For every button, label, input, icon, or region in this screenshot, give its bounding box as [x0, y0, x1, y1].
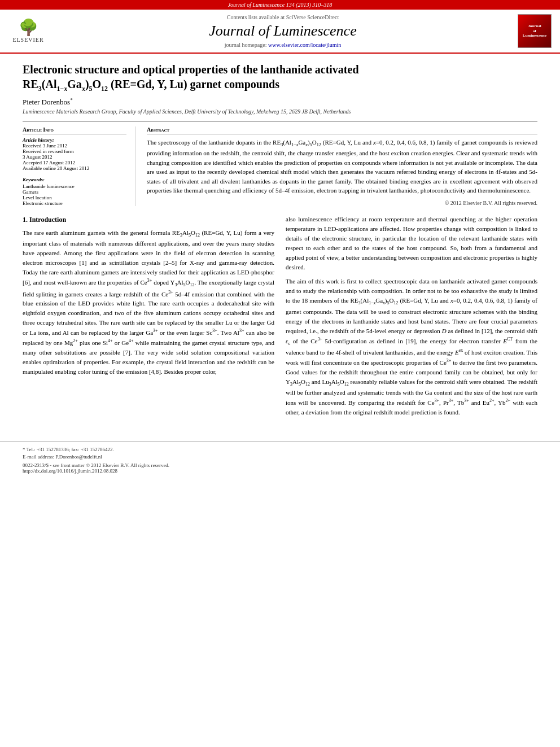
info-area: Article Info Article history: Received 3…	[23, 121, 537, 206]
keyword-4: Electronic structure	[23, 200, 126, 206]
journal-reference: Journal of Luminescence 134 (2013) 310–3…	[228, 2, 333, 8]
author-name: Pieter Dorenbos	[23, 98, 70, 106]
keyword-2: Garnets	[23, 189, 126, 195]
article-title: Electronic structure and optical propert…	[23, 62, 537, 94]
received2-date: 3 August 2012	[23, 154, 126, 160]
homepage-line: journal homepage: www.elsevier.com/locat…	[51, 42, 515, 48]
intro-para2: also luminescence efficiency at room tem…	[286, 215, 537, 272]
accepted: Accepted 17 August 2012	[23, 160, 126, 165]
footer-issn: 0022-2313/$ - see front matter © 2012 El…	[23, 462, 537, 468]
intro-para1: The rare earth aluminum garnets with the…	[23, 228, 274, 377]
body-col-left: 1. Introduction The rare earth aluminum …	[23, 215, 274, 422]
footer-tel: * Tel.: +31 152781336; fax: +31 15278642…	[23, 447, 537, 452]
article-content: Electronic structure and optical propert…	[0, 54, 560, 430]
journal-header-bar: Journal of Luminescence 134 (2013) 310–3…	[0, 0, 560, 10]
journal-title-header: Journal of Luminescence	[51, 23, 515, 40]
top-header: 🌳 ELSEVIER Contents lists available at S…	[0, 10, 560, 54]
keywords-label: Keywords:	[23, 177, 126, 182]
received2: Received in revised form	[23, 148, 126, 154]
keywords-list: Lanthanide luminescence Garnets Level lo…	[23, 184, 126, 206]
luminescence-logo: JournalofLuminescence	[518, 14, 552, 48]
intro-para3: The aim of this work is first to collect…	[286, 277, 537, 417]
header-center: Contents lists available at SciVerse Sci…	[51, 14, 515, 48]
homepage-link[interactable]: www.elsevier.com/locate/jlumin	[268, 42, 341, 48]
available: Available online 28 August 2012	[23, 165, 126, 171]
author-line: Pieter Dorenbos*	[23, 97, 537, 107]
footer-area: * Tel.: +31 152781336; fax: +31 15278642…	[0, 442, 560, 480]
article-info-title: Article Info	[23, 126, 126, 134]
sciverse-line: Contents lists available at SciVerse Sci…	[51, 14, 515, 20]
abstract-text: The spectroscopy of the lanthanide dopan…	[147, 138, 537, 195]
article-info: Article Info Article history: Received 3…	[23, 126, 135, 206]
body-col-right: also luminescence efficiency at room tem…	[286, 215, 537, 422]
elsevier-tree-icon: 🌳	[19, 20, 38, 36]
keyword-1: Lanthanide luminescence	[23, 184, 126, 189]
received1: Received 3 June 2012	[23, 143, 126, 148]
body-columns: 1. Introduction The rare earth aluminum …	[23, 215, 537, 422]
copyright-line: © 2012 Elsevier B.V. All rights reserved…	[147, 200, 537, 206]
abstract-title: Abstract	[147, 126, 537, 134]
history-label: Article history:	[23, 137, 126, 143]
footer-email: E-mail address: P.Dorenbos@tudelft.nl	[23, 454, 537, 460]
keyword-3: Level location	[23, 195, 126, 200]
author-asterisk: *	[70, 97, 73, 103]
page: Journal of Luminescence 134 (2013) 310–3…	[0, 0, 560, 747]
footer-doi: http://dx.doi.org/10.1016/j.jlumin.2012.…	[23, 468, 537, 474]
journal-logo-box: JournalofLuminescence	[515, 14, 554, 48]
affiliation-line: Luminescence Materials Research Group, F…	[23, 108, 537, 115]
elsevier-label: ELSEVIER	[12, 37, 43, 43]
elsevier-logo: 🌳 ELSEVIER	[6, 20, 51, 43]
abstract-area: Abstract The spectroscopy of the lanthan…	[147, 126, 537, 206]
intro-section-title: 1. Introduction	[23, 215, 274, 225]
